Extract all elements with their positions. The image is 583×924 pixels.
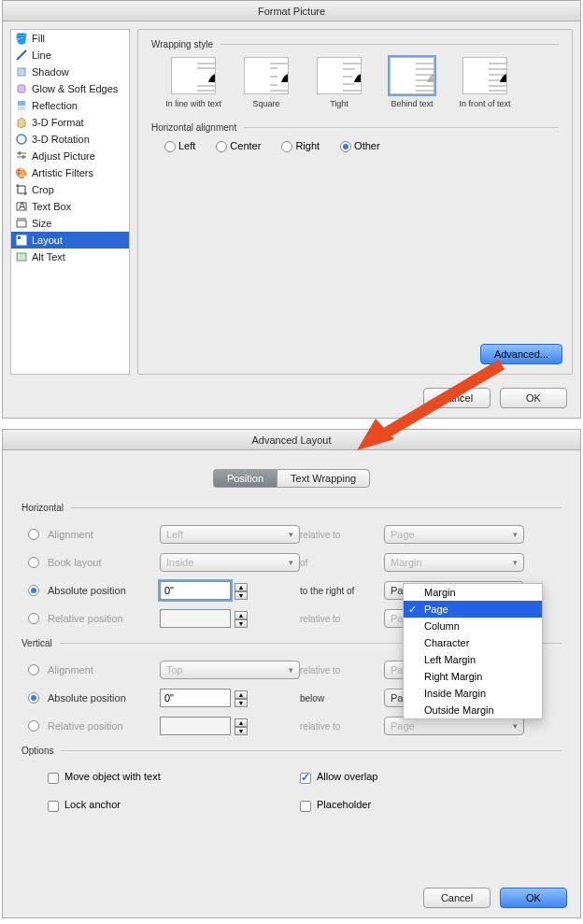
sidebar-item-label: Glow & Soft Edges — [32, 83, 118, 94]
v-abspos-label: Absolute position — [48, 692, 160, 704]
stepper[interactable]: ▲▼ — [235, 690, 248, 707]
placeholder-checkbox[interactable]: Placeholder — [300, 799, 371, 810]
step-down-icon[interactable]: ▼ — [235, 619, 248, 628]
sidebar-item-3d-format[interactable]: 3-D Format — [11, 114, 129, 131]
stepper[interactable]: ▲▼ — [235, 718, 248, 735]
halign-center[interactable]: Center — [216, 140, 261, 152]
allow-overlap-checkbox[interactable]: Allow overlap — [300, 771, 377, 782]
sidebar-item-label: Shadow — [32, 66, 69, 78]
menu-item-margin[interactable]: Margin — [404, 584, 542, 601]
sidebar-item-shadow[interactable]: Shadow — [11, 64, 129, 80]
line-icon — [15, 49, 28, 62]
chevron-updown-icon: ▾ — [289, 665, 293, 675]
sidebar-item-crop[interactable]: Crop — [11, 181, 129, 198]
step-down-icon[interactable]: ▼ — [235, 727, 248, 735]
sidebar-item-3d-rotation[interactable]: 3-D Rotation — [11, 131, 129, 148]
v-relpos-relto-dropdown[interactable]: Page▾ — [384, 717, 524, 735]
step-down-icon[interactable]: ▼ — [235, 591, 248, 600]
svg-rect-3 — [18, 101, 25, 106]
window-title: Advanced Layout — [3, 430, 580, 450]
sidebar-item-layout[interactable]: Layout — [11, 232, 129, 249]
tab-position[interactable]: Position — [213, 469, 277, 488]
h-alignment-radio[interactable] — [28, 529, 39, 540]
svg-point-6 — [17, 135, 26, 144]
sidebar-item-label: Artistic Filters — [32, 167, 93, 178]
v-relpos-radio[interactable] — [28, 720, 39, 732]
menu-item-left-margin[interactable]: Left Margin — [404, 651, 542, 668]
h-relpos-radio[interactable] — [28, 613, 39, 624]
v-abspos-radio[interactable] — [28, 692, 39, 704]
cancel-button[interactable]: Cancel — [423, 388, 491, 408]
menu-item-outside-margin[interactable]: Outside Margin — [404, 702, 542, 718]
dropdown-value: Page — [391, 529, 415, 540]
sidebar-item-label: Layout — [32, 235, 63, 246]
step-down-icon[interactable]: ▼ — [235, 699, 248, 707]
menu-item-inside-margin[interactable]: Inside Margin — [404, 685, 542, 702]
wrap-behind[interactable]: Behind text — [383, 57, 441, 109]
lock-anchor-checkbox[interactable]: Lock anchor — [48, 799, 121, 810]
sidebar-item-label: Reflection — [32, 100, 78, 111]
stepper[interactable]: ▲▼ — [235, 583, 248, 600]
wrap-tight[interactable]: Tight — [310, 57, 368, 109]
h-relpos-input[interactable] — [160, 609, 231, 628]
menu-item-page[interactable]: ✓Page — [404, 601, 542, 618]
dropdown-value: Inside — [166, 557, 193, 568]
move-object-checkbox[interactable]: Move object with text — [48, 771, 161, 782]
svg-point-9 — [18, 151, 21, 155]
advanced-button[interactable]: Advanced... — [480, 344, 562, 364]
wrap-inline[interactable]: In line with text — [164, 57, 222, 109]
sidebar-item-text-box[interactable]: AText Box — [11, 198, 129, 215]
h-book-dropdown[interactable]: Inside▾ — [160, 553, 300, 572]
h-book-radio[interactable] — [28, 557, 39, 568]
h-book-label: Book layout — [48, 557, 160, 568]
h-alignment-relto-dropdown[interactable]: Page▾ — [384, 525, 524, 544]
menu-item-right-margin[interactable]: Right Margin — [404, 668, 542, 685]
sidebar-item-reflection[interactable]: Reflection — [11, 97, 129, 114]
halign-other[interactable]: Other — [340, 140, 380, 152]
h-abspos-radio[interactable] — [28, 585, 39, 596]
halign-left[interactable]: Left — [164, 140, 195, 152]
sidebar-item-line[interactable]: Line — [11, 47, 129, 64]
menu-item-character[interactable]: Character — [404, 634, 542, 651]
v-relpos-input[interactable] — [160, 717, 231, 735]
sidebar-item-artistic-filters[interactable]: 🎨Artistic Filters — [11, 164, 129, 181]
wrap-infront[interactable]: In front of text — [456, 57, 514, 109]
radio-label: Right — [295, 140, 320, 151]
halign-right[interactable]: Right — [281, 140, 320, 152]
vertical-label: Vertical — [21, 638, 52, 648]
step-up-icon[interactable]: ▲ — [235, 690, 248, 699]
menu-item-column[interactable]: Column — [404, 618, 542, 634]
sidebar-item-size[interactable]: Size — [11, 215, 129, 232]
ok-button[interactable]: OK — [500, 888, 567, 908]
h-alignment-dropdown[interactable]: Left▾ — [160, 525, 300, 544]
menu-item-label: Page — [424, 604, 448, 615]
menu-item-label: Right Margin — [424, 671, 482, 682]
v-alignment-radio[interactable] — [28, 664, 39, 675]
svg-text:A: A — [19, 200, 26, 211]
sidebar-item-alt-text[interactable]: Alt Text — [11, 249, 129, 265]
v-abspos-input[interactable] — [160, 689, 231, 707]
sidebar-item-fill[interactable]: 🪣Fill — [11, 30, 129, 47]
svg-rect-16 — [18, 236, 21, 239]
chevron-updown-icon: ▾ — [289, 530, 293, 539]
dropdown-value: Top — [166, 664, 183, 675]
palette-icon: 🎨 — [15, 166, 28, 179]
sidebar-item-adjust-picture[interactable]: Adjust Picture — [11, 148, 129, 164]
wrap-square[interactable]: Square — [237, 57, 295, 109]
wrap-label: Behind text — [383, 98, 441, 109]
h-of-label: of — [300, 558, 384, 568]
svg-line-0 — [17, 50, 26, 60]
step-up-icon[interactable]: ▲ — [235, 611, 248, 619]
sidebar-item-glow[interactable]: Glow & Soft Edges — [11, 80, 129, 97]
step-up-icon[interactable]: ▲ — [235, 583, 248, 591]
stepper[interactable]: ▲▼ — [235, 611, 248, 628]
h-abspos-input[interactable] — [160, 581, 231, 600]
cancel-button[interactable]: Cancel — [423, 888, 491, 908]
ok-button[interactable]: OK — [500, 388, 567, 408]
step-up-icon[interactable]: ▲ — [235, 718, 248, 727]
checkbox-label: Placeholder — [317, 799, 371, 810]
v-alignment-dropdown[interactable]: Top▾ — [160, 661, 300, 679]
v-relto-label2: relative to — [300, 721, 384, 732]
h-book-of-dropdown[interactable]: Margin▾ — [384, 553, 524, 572]
tab-text-wrapping[interactable]: Text Wrapping — [277, 469, 370, 488]
